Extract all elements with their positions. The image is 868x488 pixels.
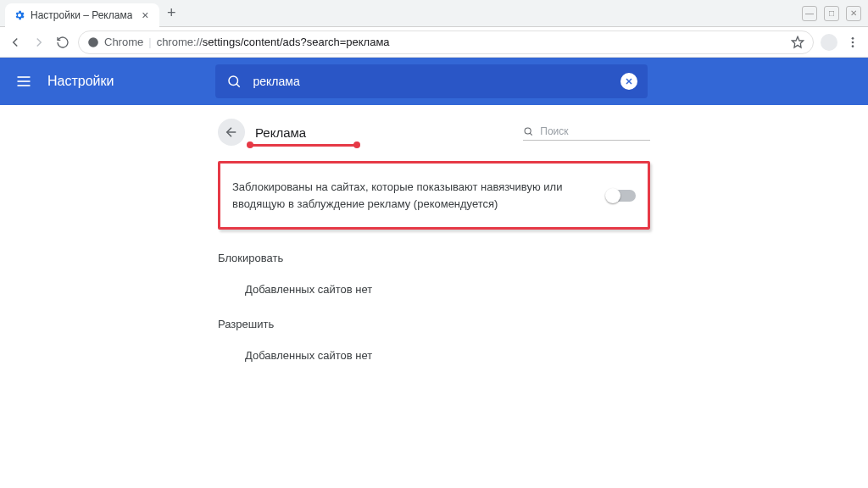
- toggle-knob: [605, 188, 620, 203]
- search-icon: [225, 73, 242, 90]
- svg-point-3: [852, 41, 854, 43]
- maximize-button[interactable]: □: [824, 6, 839, 21]
- back-button-circle[interactable]: [218, 119, 245, 146]
- allow-section-empty: Добавленных сайтов нет: [245, 349, 650, 362]
- back-button[interactable]: [7, 34, 24, 51]
- hamburger-menu-icon[interactable]: [0, 73, 47, 90]
- tab-title: Настройки – Реклама: [31, 9, 132, 21]
- forward-button[interactable]: [31, 34, 47, 51]
- overflow-menu-icon[interactable]: [844, 34, 861, 51]
- reload-button[interactable]: [54, 34, 71, 51]
- allow-section-title: Разрешить: [218, 318, 650, 330]
- settings-card: Реклама Заблокированы на сайтах, которые…: [218, 112, 650, 362]
- svg-point-4: [852, 45, 854, 47]
- svg-marker-1: [792, 36, 803, 47]
- svg-point-8: [229, 76, 238, 86]
- window-controls: — □ ✕: [802, 0, 868, 26]
- ads-blocked-toggle[interactable]: [607, 190, 636, 202]
- content-area: Реклама Заблокированы на сайтах, которые…: [0, 105, 868, 362]
- toolbar: Chrome | chrome://settings/content/ads?s…: [0, 27, 868, 58]
- arrow-left-icon: [224, 125, 239, 140]
- url-prefix: Chrome: [104, 36, 143, 48]
- inpage-search[interactable]: [523, 125, 650, 141]
- annotation-underline: [250, 144, 357, 147]
- ads-blocked-label: Заблокированы на сайтах, которые показыв…: [232, 179, 593, 212]
- page-header: Реклама: [218, 112, 650, 149]
- settings-search[interactable]: [215, 64, 648, 98]
- close-window-button[interactable]: ✕: [846, 6, 861, 21]
- minimize-button[interactable]: —: [802, 6, 817, 21]
- svg-point-13: [525, 127, 531, 133]
- svg-point-0: [88, 37, 98, 47]
- browser-tab[interactable]: Настройки – Реклама ×: [5, 3, 159, 27]
- block-section-empty: Добавленных сайтов нет: [245, 283, 650, 296]
- svg-line-9: [236, 84, 240, 87]
- window-titlebar: Настройки – Реклама × + — □ ✕: [0, 0, 868, 27]
- ads-blocked-setting: Заблокированы на сайтах, которые показыв…: [218, 161, 650, 230]
- url-origin: chrome://: [157, 36, 203, 48]
- address-bar[interactable]: Chrome | chrome://settings/content/ads?s…: [78, 30, 814, 54]
- chrome-icon: [87, 36, 99, 48]
- settings-title: Настройки: [47, 74, 114, 89]
- profile-avatar[interactable]: [821, 34, 837, 51]
- svg-line-14: [530, 133, 532, 136]
- new-tab-button[interactable]: +: [159, 0, 183, 26]
- search-icon: [523, 125, 533, 137]
- block-section-title: Блокировать: [218, 252, 650, 264]
- settings-header: Настройки: [0, 58, 868, 105]
- bookmark-star-icon[interactable]: [791, 36, 804, 49]
- url-path: settings/content/ads?search=реклама: [203, 36, 390, 48]
- inpage-search-input[interactable]: [538, 125, 650, 138]
- svg-point-2: [852, 37, 854, 40]
- clear-search-icon[interactable]: [620, 73, 637, 90]
- page-title: Реклама: [255, 125, 306, 140]
- gear-icon: [14, 9, 25, 21]
- page-title-text: Реклама: [255, 125, 306, 140]
- settings-search-input[interactable]: [251, 74, 620, 89]
- tab-close-icon[interactable]: ×: [139, 9, 151, 21]
